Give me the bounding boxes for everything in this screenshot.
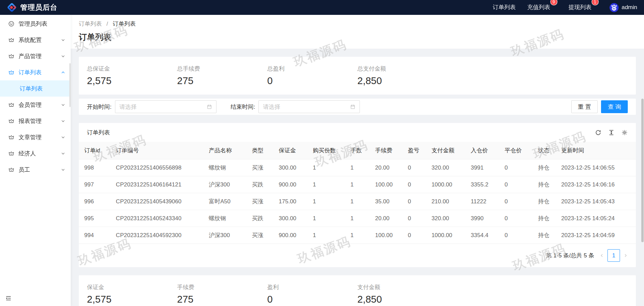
sidebar-item-5[interactable]: 会员管理 [0,97,71,113]
table-cell: 1 [307,159,345,176]
setting-icon[interactable] [621,129,628,136]
sidebar-item-9[interactable]: 员工 [0,161,71,178]
page-number-button[interactable]: 1 [607,249,620,262]
nav-link-0[interactable]: 订单列表 [487,4,522,10]
table-cell: 35.00 [370,193,402,210]
column-header: 手续费 [370,142,402,159]
column-header: 类型 [247,142,273,159]
stat-2: 总盈利0 [267,65,358,86]
next-page-button[interactable] [623,253,628,258]
pagination: 第 1-5 条/总共 5 条 1 [79,244,636,267]
nav-link-2[interactable]: 提现列表1 [563,4,604,10]
sidebar-item-6[interactable]: 报表管理 [0,113,71,129]
start-time-input[interactable]: 请选择 [115,100,216,113]
pagination-summary: 第 1-5 条/总共 5 条 [546,252,594,259]
table-cell: 买涨 [247,159,273,176]
table-cell: 997 [79,176,111,193]
table-cell: 900.00 [273,176,307,193]
crown-icon [8,118,15,124]
column-header: 状态 [532,142,556,159]
stat-label: 总支付金额 [358,65,448,73]
table-card-header: 订单列表 [79,123,636,142]
stat-0: 总保证金2,575 [87,65,177,86]
search-button[interactable]: 查 询 [601,100,628,113]
table-row-3: 995CP202312251405243340螺纹钢买跌300.001120.0… [79,210,636,227]
table-cell: 富时A50 [203,193,247,210]
stat-3: 支付金额2,850 [358,283,448,305]
table-cell: 0 [402,159,426,176]
sidebar-item-3[interactable]: 订单列表 [0,64,71,80]
stat-value: 2,850 [358,294,448,305]
table-cell: 100.00 [370,227,402,244]
sidebar-item-label: 报表管理 [19,117,42,125]
stat-label: 支付金额 [358,283,448,291]
notification-badge: 9 [551,0,557,5]
sidebar-item-2[interactable]: 产品管理 [0,48,71,64]
avatar[interactable]: du [610,3,619,12]
sidebar-item-label: 经济人 [19,150,36,157]
sidebar-item-1[interactable]: 系统配置 [0,32,71,48]
user-menu[interactable]: du admin [610,3,637,12]
table-cell: 0 [402,210,426,227]
svg-text:du: du [613,7,616,10]
sidebar-item-4[interactable]: 订单列表 [0,80,71,97]
table-cell: 持仓 [532,227,556,244]
sidebar-item-label: 文章管理 [19,133,42,141]
table-row-2: 996CP202312251405439060富时A50买涨175.001135… [79,193,636,210]
prev-page-button[interactable] [600,253,604,258]
end-time-label: 结束时间: [231,103,255,111]
stat-value: 2,575 [87,294,177,305]
table-cell: 1 [345,193,370,210]
table-cell: CP202312251404592300 [111,227,204,244]
sidebar-item-7[interactable]: 文章管理 [0,129,71,145]
stat-value: 275 [177,294,268,305]
column-header: 支付金额 [426,142,465,159]
column-header: 产品名称 [203,142,247,159]
scrollbar[interactable] [641,99,644,242]
calendar-icon [207,104,212,109]
table-cell: 300.00 [273,159,307,176]
start-time-placeholder: 请选择 [119,103,137,111]
sidebar-collapse-button[interactable] [0,292,71,306]
stat-label: 总盈利 [267,65,358,73]
nav-link-1[interactable]: 充值列表9 [522,4,563,10]
table-cell: 0 [499,227,533,244]
main-content: 订单列表 / 订单列表 订单列表 总保证金2,575总手续费275总盈利0总支付… [71,15,644,306]
chevron-down-icon [61,135,65,139]
column-height-icon[interactable] [608,129,615,136]
table-cell: 994 [79,227,111,244]
sidebar-scrollbar[interactable] [69,63,71,107]
stat-3: 总支付金额2,850 [358,65,448,86]
table-cell: 900.00 [273,227,307,244]
page-header: 订单列表 / 订单列表 订单列表 [71,15,644,49]
stat-1: 手续费275 [177,283,268,305]
summary-stats-card: 总保证金2,575总手续费275总盈利0总支付金额2,850 [79,57,636,95]
orders-table: 订单id订单编号产品名称类型保证金购买份数手数手续费盈亏支付金额入仓价平仓价状态… [79,142,636,244]
table-cell: 0 [499,159,533,176]
breadcrumb-item[interactable]: 订单列表 [79,21,102,27]
start-time-filter: 开始时间: 请选择 [87,100,216,113]
sidebar-item-0[interactable]: 管理员列表 [0,16,71,32]
stat-value: 275 [177,75,268,86]
table-cell: CP202312251406556898 [111,159,204,176]
reset-button[interactable]: 重 置 [571,100,598,113]
table-cell: CP202312251406164121 [111,176,204,193]
username[interactable]: admin [622,4,637,11]
stat-label: 总手续费 [177,65,268,73]
crown-icon [8,37,15,43]
sidebar-item-8[interactable]: 经济人 [0,145,71,161]
table-cell: 2023-12-25 14:06:16 [556,176,636,193]
table-cell: 3990 [465,210,499,227]
end-time-placeholder: 请选择 [263,103,280,111]
stat-value: 0 [267,294,358,305]
table-cell: 3991 [465,159,499,176]
table-cell: 100.00 [370,176,402,193]
stat-label: 保证金 [87,283,177,291]
table-cell: 持仓 [532,210,556,227]
reload-icon[interactable] [595,129,601,136]
end-time-input[interactable]: 请选择 [258,100,360,113]
calendar-icon [350,104,355,109]
breadcrumb: 订单列表 / 订单列表 [79,20,636,28]
table-cell: 0 [499,210,533,227]
table-cell: 持仓 [532,176,556,193]
